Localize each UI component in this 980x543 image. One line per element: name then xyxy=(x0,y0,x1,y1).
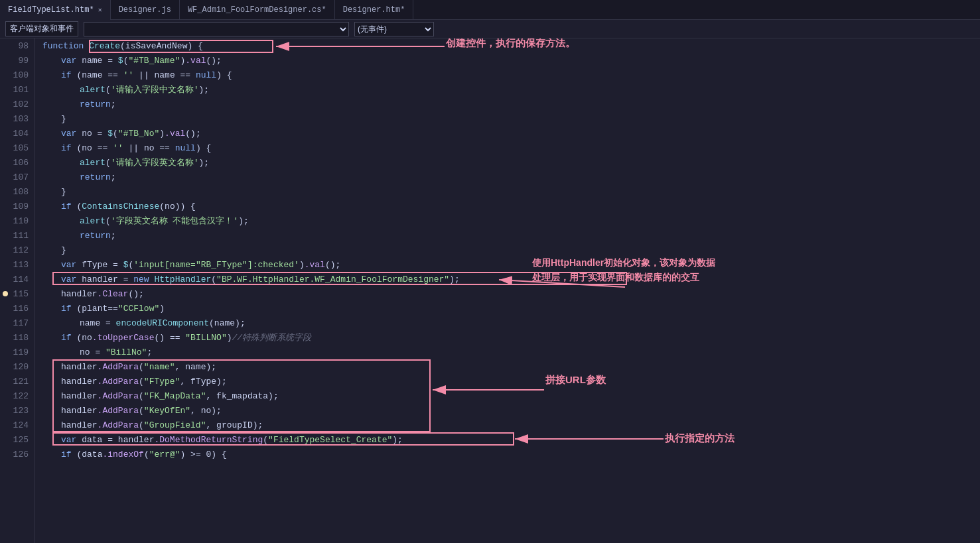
code-line-109: if (ContainsChinese(no)) { xyxy=(42,199,980,213)
code-line-103: } xyxy=(42,111,980,126)
editor: 98 99 100 101 102 103 104 105 106 107 10… xyxy=(0,38,980,543)
line-118: 118 xyxy=(0,330,34,345)
line-107: 107 xyxy=(0,170,34,184)
line-121: 121 xyxy=(0,374,34,389)
code-line-106: alert('请输入字段英文名称'); xyxy=(42,155,980,170)
code-line-122: handler.AddPara("FK_MapData", fk_mapdata… xyxy=(42,389,980,403)
close-icon[interactable]: ✕ xyxy=(98,6,102,14)
line-100: 100 xyxy=(0,68,34,82)
line-122: 122 xyxy=(0,389,34,403)
code-content[interactable]: function Create(isSaveAndNew) { var name… xyxy=(35,38,980,543)
line-123: 123 xyxy=(0,403,34,418)
code-line-118: if (no.toUpperCase() == "BILLNO")//特殊判断系… xyxy=(42,330,980,345)
code-line-108: } xyxy=(42,184,980,199)
code-line-123: handler.AddPara("KeyOfEn", no); xyxy=(42,403,980,418)
code-line-119: no = "BillNo"; xyxy=(42,345,980,359)
line-110: 110 xyxy=(0,213,34,228)
code-line-100: if (name == '' || name == null) { xyxy=(42,68,980,82)
line-117: 117 xyxy=(0,316,34,330)
code-line-115: handler.Clear(); xyxy=(42,286,980,301)
line-112: 112 xyxy=(0,243,34,257)
line-number-gutter: 98 99 100 101 102 103 104 105 106 107 10… xyxy=(0,38,35,543)
code-line-101: alert('请输入字段中文名称'); xyxy=(42,82,980,97)
tab-wf-admin[interactable]: WF_Admin_FoolFormDesigner.cs* xyxy=(180,0,335,20)
tab-fieldtypelist[interactable]: FieldTypeList.htm* ✕ xyxy=(0,0,111,20)
toolbar: 客户端对象和事件 (无事件) xyxy=(0,20,980,38)
line-98: 98 xyxy=(0,38,34,53)
code-line-104: var no = $("#TB_No").val(); xyxy=(42,126,980,141)
line-115: 115 xyxy=(0,286,34,301)
line-111: 111 xyxy=(0,228,34,243)
line-104: 104 xyxy=(0,126,34,141)
annotation-create: 创建控件，执行的保存方法。 xyxy=(446,38,575,50)
code-line-111: return; xyxy=(42,228,980,243)
code-line-112: } xyxy=(42,243,980,257)
line-105: 105 xyxy=(0,141,34,155)
code-line-105: if (no == '' || no == null) { xyxy=(42,141,980,155)
line-103: 103 xyxy=(0,111,34,126)
tab-label: Designer.htm* xyxy=(343,5,405,15)
line-119: 119 xyxy=(0,345,34,359)
line-120: 120 xyxy=(0,359,34,374)
toolbar-label: 客户端对象和事件 xyxy=(5,21,78,36)
line-102: 102 xyxy=(0,97,34,111)
line-99: 99 xyxy=(0,53,34,68)
line-106: 106 xyxy=(0,155,34,170)
code-line-121: handler.AddPara("FType", fType); xyxy=(42,374,980,389)
annotation-domethod: 执行指定的方法 xyxy=(665,432,735,445)
line-101: 101 xyxy=(0,82,34,97)
code-line-116: if (plant=="CCFlow") xyxy=(42,301,980,316)
annotation-addpara: 拼接URL参数 xyxy=(545,374,606,387)
line-113: 113 xyxy=(0,257,34,272)
line-109: 109 xyxy=(0,199,34,213)
annotation-handler-line1: 使用HttpHandler初始化对象，该对象为数据 xyxy=(532,257,715,269)
code-line-110: alert('字段英文名称 不能包含汉字！'); xyxy=(42,213,980,228)
code-line-120: handler.AddPara("name", name); xyxy=(42,359,980,374)
line-108: 108 xyxy=(0,184,34,199)
tab-designer-htm[interactable]: Designer.htm* xyxy=(335,0,414,20)
line-124: 124 xyxy=(0,418,34,432)
line-125: 125 xyxy=(0,432,34,447)
code-line-124: handler.AddPara("GroupField", groupID); xyxy=(42,418,980,432)
code-line-126: if (data.indexOf("err@") >= 0) { xyxy=(42,447,980,461)
event-select[interactable]: (无事件) xyxy=(354,22,434,36)
code-line-117: name = encodeURIComponent(name); xyxy=(42,316,980,330)
tab-label: Designer.js xyxy=(119,5,171,15)
line-126: 126 xyxy=(0,447,34,461)
code-line-114: var handler = new HttpHandler("BP.WF.Htt… xyxy=(42,272,980,286)
code-line-107: return; xyxy=(42,170,980,184)
object-select[interactable] xyxy=(84,22,349,36)
tab-label: FieldTypeList.htm* xyxy=(8,5,94,15)
tab-bar: FieldTypeList.htm* ✕ Designer.js WF_Admi… xyxy=(0,0,980,20)
code-line-102: return; xyxy=(42,97,980,111)
annotation-handler-line2: 处理层，用于实现界面和数据库的的交互 xyxy=(532,272,699,284)
code-line-125: var data = handler.DoMethodReturnString(… xyxy=(42,432,980,447)
code-line-113: var fType = $('input[name="RB_FType"]:ch… xyxy=(42,257,980,272)
code-line-99: var name = $("#TB_Name").val(); xyxy=(42,53,980,68)
line-116: 116 xyxy=(0,301,34,316)
line-114: 114 xyxy=(0,272,34,286)
tab-designer-js[interactable]: Designer.js xyxy=(111,0,180,20)
tab-label: WF_Admin_FoolFormDesigner.cs* xyxy=(188,5,326,15)
